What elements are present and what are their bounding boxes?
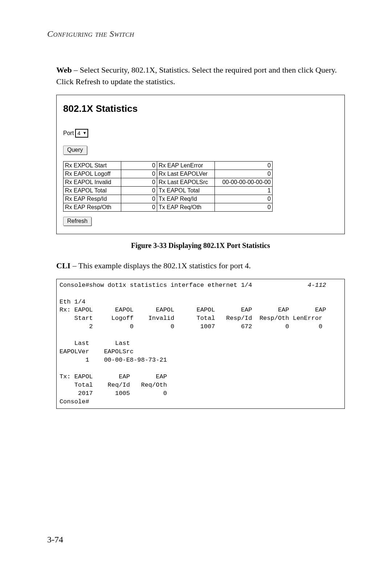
cli-line: 2 0 0 1007 672 0 0 — [60, 323, 322, 330]
web-statistics-panel: 802.1X Statistics Port 4 ▼ Query Rx EXPO… — [56, 95, 345, 234]
web-intro-text: – Select Security, 802.1X, Statistics. S… — [56, 65, 337, 86]
port-label: Port — [63, 130, 74, 137]
stat-value: 0 — [121, 186, 157, 195]
port-select[interactable]: 4 ▼ — [75, 129, 88, 138]
panel-title: 802.1X Statistics — [63, 103, 338, 114]
table-row: Rx EAPOL Logoff 0 Rx Last EAPOLVer 0 — [64, 170, 273, 178]
table-row: Rx EAPOL Invalid 0 Rx Last EAPOLSrc 00-0… — [64, 178, 273, 186]
cli-line: EAPOLVer EAPOLSrc — [60, 348, 134, 355]
stat-value: 0 — [215, 203, 273, 211]
web-intro-paragraph: Web – Select Security, 802.1X, Statistic… — [56, 64, 345, 87]
stat-label: Rx EAPOL Invalid — [64, 178, 121, 186]
table-row: Rx EAP Resp/Oth 0 Tx EAP Req/Oth 0 — [64, 203, 273, 211]
page-number: 3-74 — [47, 535, 63, 545]
stat-label: Tx EAP Req/Id — [157, 195, 215, 203]
cli-lead: CLI — [56, 261, 70, 270]
stat-value: 0 — [215, 195, 273, 203]
cli-ref: 4-112 — [308, 282, 326, 289]
cli-intro-text: – This example displays the 802.1X stati… — [70, 261, 251, 270]
stat-value: 0 — [121, 195, 157, 203]
port-row: Port 4 ▼ — [63, 129, 338, 138]
stat-value: 0 — [121, 161, 157, 170]
stat-label: Tx EAPOL Total — [157, 186, 215, 195]
stat-value: 1 — [215, 186, 273, 195]
web-lead: Web — [56, 65, 72, 74]
cli-line: Tx: EAPOL EAP EAP — [60, 373, 167, 380]
cli-line: Rx: EAPOL EAPOL EAPOL EAPOL EAP EAP EAP — [60, 306, 326, 313]
stat-label: Rx Last EAPOLSrc — [157, 178, 215, 186]
stat-label: Tx EAP Req/Oth — [157, 203, 215, 211]
running-head: Configuring the Switch — [47, 29, 345, 39]
stat-label: Rx EXPOL Start — [64, 161, 121, 170]
cli-output: Console#show dot1x statistics interface … — [56, 279, 345, 409]
cli-line: Last Last — [60, 340, 130, 347]
table-row: Rx EAPOL Total 0 Tx EAPOL Total 1 — [64, 186, 273, 195]
cli-line: Start Logoff Invalid Total Resp/Id Resp/… — [60, 315, 322, 322]
statistics-table: Rx EXPOL Start 0 Rx EAP LenError 0 Rx EA… — [63, 161, 273, 212]
refresh-button[interactable]: Refresh — [63, 217, 91, 226]
cli-line: Console# — [60, 398, 89, 405]
stat-value: 0 — [215, 170, 273, 178]
dropdown-caret-icon: ▼ — [83, 131, 87, 135]
cli-line: Console#show dot1x statistics interface … — [60, 282, 252, 289]
query-button[interactable]: Query — [63, 146, 87, 155]
stat-label: Rx Last EAPOLVer — [157, 170, 215, 178]
cli-line: Eth 1/4 — [60, 298, 85, 305]
cli-line: 1 00-00-E8-98-73-21 — [60, 357, 167, 363]
stat-label: Rx EAP Resp/Oth — [64, 203, 121, 211]
stat-label: Rx EAPOL Total — [64, 186, 121, 195]
stat-label: Rx EAPOL Logoff — [64, 170, 121, 178]
cli-intro-paragraph: CLI – This example displays the 802.1X s… — [56, 260, 345, 272]
cli-line: 2017 1005 0 — [60, 390, 167, 397]
table-row: Rx EXPOL Start 0 Rx EAP LenError 0 — [64, 161, 273, 170]
cli-line: Total Req/Id Req/Oth — [60, 382, 167, 388]
stat-value: 0 — [121, 203, 157, 211]
stat-value: 0 — [215, 161, 273, 170]
stat-value: 0 — [121, 178, 157, 186]
stat-value: 0 — [121, 170, 157, 178]
table-row: Rx EAP Resp/Id 0 Tx EAP Req/Id 0 — [64, 195, 273, 203]
stat-label: Rx EAP Resp/Id — [64, 195, 121, 203]
running-head-text: Configuring the Switch — [47, 29, 134, 38]
stat-label: Rx EAP LenError — [157, 161, 215, 170]
figure-caption: Figure 3-33 Displaying 802.1X Port Stati… — [56, 241, 345, 250]
stat-value: 00-00-00-00-00-00 — [215, 178, 273, 186]
port-value: 4 — [77, 130, 80, 136]
